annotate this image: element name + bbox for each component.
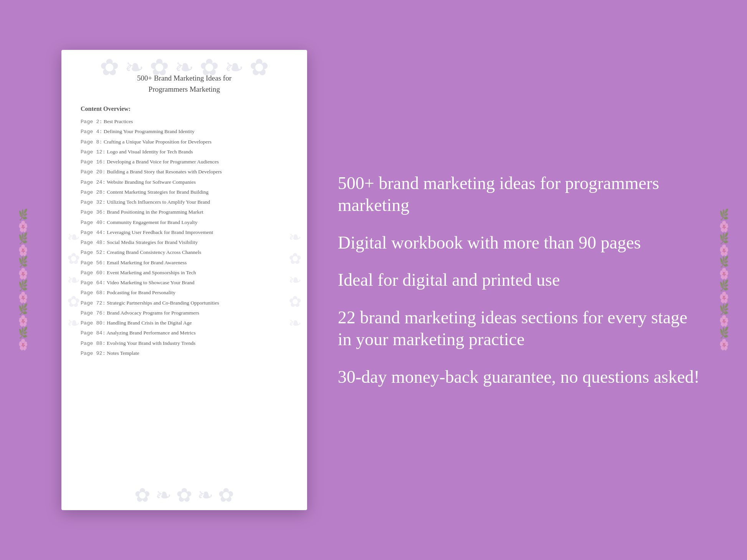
toc-item: Page 52: Creating Brand Consistency Acro…: [81, 249, 288, 257]
toc-item: Page 4: Defining Your Programming Brand …: [81, 128, 288, 136]
toc-item: Page 32: Utilizing Tech Influencers to A…: [81, 198, 288, 206]
toc-item: Page 2: Best Practices: [81, 118, 288, 126]
toc-item: Page 28: Content Marketing Strategies fo…: [81, 188, 288, 196]
toc-item: Page 40: Community Engagement for Brand …: [81, 219, 288, 227]
main-layout: ✿ ❧ ✿ ❧ ✿ ❧ ✿ ✿ ❧ ✿ ❧ ✿ ❧ ✿ ❧ ✿ ❧ ❧ ✿ ❧ …: [0, 0, 747, 560]
toc-item: Page 12: Logo and Visual Identity for Te…: [81, 148, 288, 156]
feature-text: 30-day money-back guarantee, no question…: [338, 366, 701, 388]
toc-item: Page 36: Brand Positioning in the Progra…: [81, 208, 288, 216]
toc-item: Page 24: Website Branding for Software C…: [81, 178, 288, 186]
doc-top-ornament: ✿ ❧ ✿ ❧ ✿ ❧ ✿: [100, 54, 269, 81]
toc-item: Page 76: Brand Advocacy Programs for Pro…: [81, 309, 288, 317]
feature-text: Digital workbook with more than 90 pages: [338, 232, 701, 254]
feature-text: Ideal for digital and printed use: [338, 269, 701, 291]
feature-text: 22 brand marketing ideas sections for ev…: [338, 306, 701, 351]
toc-item: Page 8: Crafting a Unique Value Proposit…: [81, 138, 288, 146]
doc-left-ornament: ❧ ✿ ❧ ✿ ❧: [64, 228, 83, 332]
table-of-contents: Page 2: Best PracticesPage 4: Defining Y…: [81, 118, 288, 357]
toc-item: Page 92: Notes Template: [81, 349, 288, 357]
toc-item: Page 80: Handling Brand Crisis in the Di…: [81, 319, 288, 327]
document-preview: ✿ ❧ ✿ ❧ ✿ ❧ ✿ ✿ ❧ ✿ ❧ ✿ ❧ ✿ ❧ ✿ ❧ ❧ ✿ ❧ …: [61, 50, 307, 510]
toc-item: Page 48: Social Media Strategies for Bra…: [81, 239, 288, 247]
doc-right-ornament: ❧ ✿ ❧ ✿ ❧: [286, 228, 304, 332]
doc-bottom-ornament: ✿ ❧ ✿ ❧ ✿: [134, 484, 234, 506]
toc-item: Page 60: Event Marketing and Sponsorship…: [81, 269, 288, 277]
toc-item: Page 72: Strategic Partnerships and Co-B…: [81, 299, 288, 307]
toc-item: Page 88: Evolving Your Brand with Indust…: [81, 339, 288, 348]
feature-text: 500+ brand marketing ideas for programme…: [338, 172, 701, 216]
content-overview-label: Content Overview:: [81, 105, 288, 112]
toc-item: Page 64: Video Marketing to Showcase You…: [81, 279, 288, 287]
toc-item: Page 44: Leveraging User Feedback for Br…: [81, 229, 288, 237]
toc-item: Page 84: Analyzing Brand Performance and…: [81, 329, 288, 337]
toc-item: Page 68: Podcasting for Brand Personalit…: [81, 289, 288, 297]
toc-item: Page 16: Developing a Brand Voice for Pr…: [81, 158, 288, 166]
toc-item: Page 20: Building a Brand Story that Res…: [81, 168, 288, 176]
features-panel: 500+ brand marketing ideas for programme…: [338, 172, 716, 388]
toc-item: Page 56: Email Marketing for Brand Aware…: [81, 259, 288, 267]
